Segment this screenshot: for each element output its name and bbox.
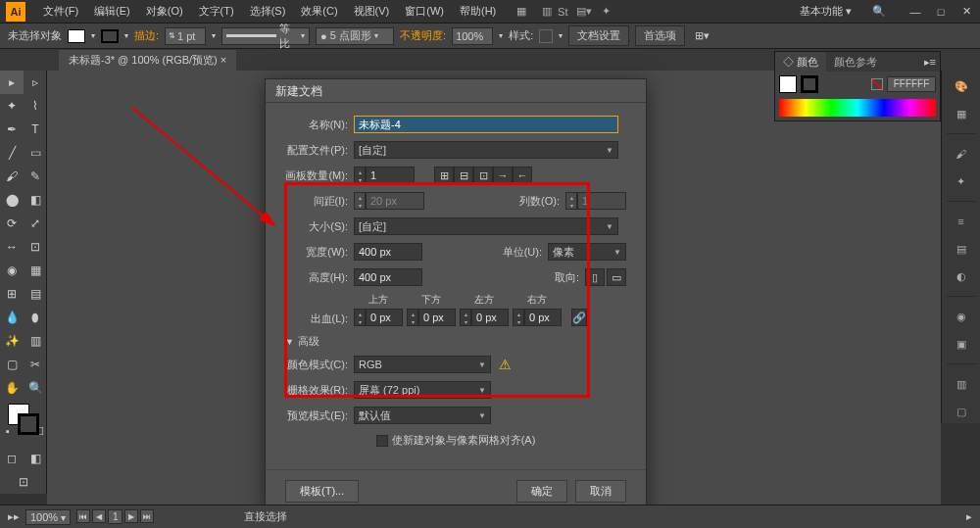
document-tab[interactable]: 未标题-3* @ 100% (RGB/预览) × <box>59 50 236 71</box>
symbols-panel-icon[interactable]: ✦ <box>950 169 973 193</box>
gradient-panel-icon[interactable]: ▤ <box>950 237 973 261</box>
close-tab-icon[interactable]: × <box>220 54 226 66</box>
stroke-swatch[interactable] <box>101 29 119 43</box>
artboard-number[interactable]: 1 <box>108 509 123 524</box>
panel-menu-icon[interactable]: ▸≡ <box>920 56 940 69</box>
bridge-icon[interactable]: ▦ <box>514 4 529 20</box>
transparency-panel-icon[interactable]: ◐ <box>950 264 973 288</box>
stroke-panel-icon[interactable]: ≡ <box>950 210 973 233</box>
eyedropper-tool[interactable]: 💧 <box>0 306 24 329</box>
none-color-icon[interactable] <box>871 78 883 90</box>
stroke-dropdown-icon[interactable]: ▾ <box>124 31 128 40</box>
draw-normal[interactable]: ◻ <box>0 447 24 470</box>
graph-tool[interactable]: ▥ <box>24 329 47 353</box>
units-select[interactable]: 像素▼ <box>548 243 626 261</box>
menu-type[interactable]: 文字(T) <box>191 4 242 19</box>
lasso-tool[interactable]: ⌇ <box>24 94 47 118</box>
menu-window[interactable]: 窗口(W) <box>397 4 452 19</box>
perspective-tool[interactable]: ▦ <box>24 259 47 282</box>
profile-select[interactable]: [自定]▼ <box>354 141 618 159</box>
menu-view[interactable]: 视图(V) <box>346 4 398 19</box>
panel-fill-swatch[interactable] <box>779 75 797 93</box>
zoom-dropdown[interactable]: 100% ▾ <box>25 509 71 525</box>
swatches-panel-icon[interactable]: ▦ <box>950 102 973 125</box>
width-tool[interactable]: ↔ <box>0 235 24 259</box>
opacity-input[interactable]: 100% <box>452 27 493 45</box>
height-input[interactable] <box>354 268 422 286</box>
templates-button[interactable]: 模板(T)... <box>285 480 359 503</box>
opacity-dropdown-icon[interactable]: ▾ <box>499 31 503 40</box>
preferences-button[interactable]: 首选项 <box>635 25 685 46</box>
brush-dropdown[interactable]: ●5 点圆形▾ <box>316 27 394 45</box>
rectangle-tool[interactable]: ▭ <box>24 141 47 165</box>
next-artboard-button[interactable]: ▶ <box>124 509 138 523</box>
orientation-portrait[interactable]: ▯ <box>585 268 605 286</box>
zoom-tool[interactable]: 🔍 <box>24 376 47 400</box>
window-close[interactable]: ✕ <box>958 4 974 20</box>
stroke-weight-input[interactable]: ⇅ 1 pt <box>165 27 206 45</box>
stroke-profile-dropdown[interactable]: 等比▾ <box>221 27 310 45</box>
layout-grid-icon[interactable]: ⊞ <box>434 167 454 184</box>
stock-icon[interactable]: St <box>555 4 570 20</box>
layers-panel-icon[interactable]: ▥ <box>950 372 973 396</box>
bleed-left-input[interactable] <box>471 309 509 326</box>
bleed-bottom-input[interactable] <box>418 309 456 326</box>
slice-tool[interactable]: ✂ <box>24 353 47 376</box>
window-minimize[interactable]: — <box>907 4 923 20</box>
gpu-icon[interactable]: ▤▾ <box>576 4 592 20</box>
graphic-styles-panel-icon[interactable]: ▣ <box>950 332 973 356</box>
align-pixel-checkbox[interactable] <box>376 435 388 447</box>
cancel-button[interactable]: 取消 <box>575 480 626 503</box>
artboard-tool[interactable]: ▢ <box>0 353 24 376</box>
gradient-tool[interactable]: ▤ <box>24 282 47 306</box>
orientation-landscape[interactable]: ▭ <box>607 268 626 286</box>
stepper-icon[interactable]: ⇅ <box>169 31 175 40</box>
menu-select[interactable]: 选择(S) <box>242 4 294 19</box>
size-select[interactable]: [自定]▼ <box>354 217 618 235</box>
name-input[interactable] <box>354 116 618 133</box>
menu-effect[interactable]: 效果(C) <box>293 4 345 19</box>
blend-tool[interactable]: ⬮ <box>24 306 47 329</box>
bleed-top-input[interactable] <box>366 309 403 326</box>
status-menu-icon[interactable]: ▸ <box>966 510 972 523</box>
hand-tool[interactable]: ✋ <box>0 376 24 400</box>
pen-tool[interactable]: ✒ <box>0 118 24 141</box>
line-tool[interactable]: ╱ <box>0 141 24 165</box>
magic-wand-tool[interactable]: ✦ <box>0 94 24 118</box>
fill-dropdown-icon[interactable]: ▾ <box>91 31 95 40</box>
preview-select[interactable]: 默认值▼ <box>354 407 491 424</box>
help-icon[interactable]: ✦ <box>598 4 613 20</box>
document-setup-button[interactable]: 文档设置 <box>568 25 629 46</box>
layout-ltr-icon[interactable]: → <box>493 167 513 184</box>
bleed-link-icon[interactable]: 🔗 <box>571 309 587 326</box>
color-guide-tab[interactable]: 颜色参考 <box>826 52 885 72</box>
bleed-right-input[interactable] <box>524 309 562 326</box>
hex-input[interactable]: FFFFFF <box>887 76 936 92</box>
scale-tool[interactable]: ⤢ <box>24 212 47 235</box>
layout-col-icon[interactable]: ⊡ <box>473 167 493 184</box>
free-transform-tool[interactable]: ⊡ <box>24 235 47 259</box>
symbol-sprayer-tool[interactable]: ✨ <box>0 329 24 353</box>
menu-file[interactable]: 文件(F) <box>35 4 86 19</box>
artboards-stepper[interactable]: ▴▾ <box>354 167 366 184</box>
advanced-toggle[interactable]: ▼高级 <box>285 334 626 349</box>
color-panel-icon[interactable]: 🎨 <box>950 74 973 98</box>
ok-button[interactable]: 确定 <box>516 480 567 503</box>
layout-row-icon[interactable]: ⊟ <box>454 167 473 184</box>
raster-select[interactable]: 屏幕 (72 ppi)▼ <box>354 381 491 399</box>
paintbrush-tool[interactable]: 🖌 <box>0 165 24 188</box>
eraser-tool[interactable]: ◧ <box>24 188 47 212</box>
stroke-color-box[interactable] <box>18 413 39 435</box>
workspace-switcher[interactable]: 基本功能 ▾ <box>792 4 859 19</box>
last-artboard-button[interactable]: ⏭ <box>140 509 154 523</box>
bleed-bottom-stepper[interactable]: ▴▾ <box>407 309 418 326</box>
draw-behind[interactable]: ◧ <box>24 447 47 470</box>
menu-edit[interactable]: 编辑(E) <box>86 4 138 19</box>
menu-object[interactable]: 对象(O) <box>138 4 191 19</box>
bleed-right-stepper[interactable]: ▴▾ <box>513 309 524 326</box>
artboards-input[interactable] <box>366 167 415 184</box>
menu-help[interactable]: 帮助(H) <box>452 4 504 19</box>
layout-rtl-icon[interactable]: ← <box>513 167 532 184</box>
expand-icon[interactable]: ▸▸ <box>8 510 20 523</box>
panel-stroke-swatch[interactable] <box>801 75 818 93</box>
